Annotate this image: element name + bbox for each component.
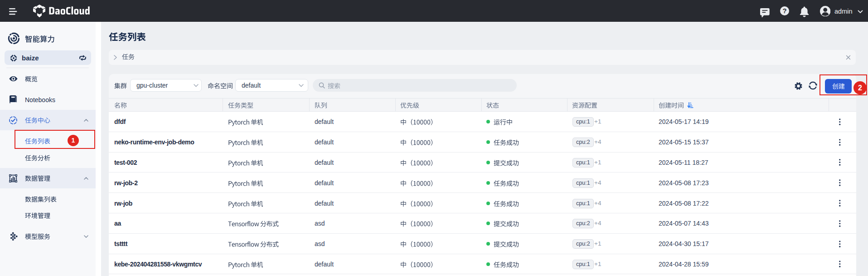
svg-text:?: ? [782, 7, 786, 15]
